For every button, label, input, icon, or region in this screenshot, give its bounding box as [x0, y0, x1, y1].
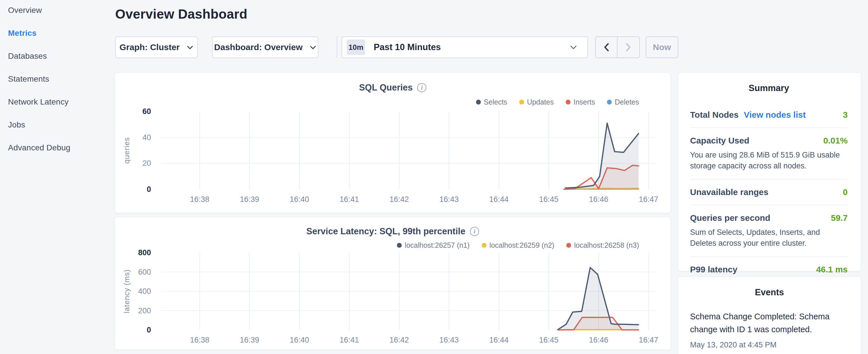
capacity-used-description: You are using 28.6 MiB of 515.9 GiB usab…	[690, 150, 848, 171]
chevron-down-icon	[309, 45, 316, 50]
service-latency-chart: 16:3816:3916:4016:4116:4216:4316:4416:45…	[115, 217, 671, 350]
svg-text:16:42: 16:42	[390, 336, 409, 344]
sidebar-item-jobs[interactable]: Jobs	[8, 119, 115, 131]
svg-text:16:43: 16:43	[439, 195, 459, 204]
events-panel: Events Schema Change Completed: Schema c…	[678, 277, 861, 354]
svg-text:16:39: 16:39	[240, 336, 259, 344]
svg-text:16:41: 16:41	[340, 195, 359, 204]
svg-text:16:39: 16:39	[240, 195, 259, 204]
now-button[interactable]: Now	[646, 36, 678, 58]
svg-text:16:38: 16:38	[190, 336, 210, 344]
unavailable-ranges-row: Unavailable ranges 0	[690, 187, 848, 197]
controls-divider	[337, 36, 337, 58]
divider	[690, 127, 848, 128]
event-timestamp: May 13, 2020 at 4:45 PM	[690, 341, 849, 349]
svg-text:16:46: 16:46	[589, 195, 608, 204]
svg-text:16:47: 16:47	[639, 195, 658, 204]
sidebar-item-network-latency[interactable]: Network Latency	[8, 96, 115, 108]
time-range-label: Past 10 Minutes	[374, 42, 441, 53]
svg-text:40: 40	[143, 133, 151, 142]
svg-text:16:43: 16:43	[439, 336, 459, 344]
sidebar-item-metrics[interactable]: Metrics	[8, 28, 115, 39]
summary-title: Summary	[690, 83, 848, 93]
svg-text:queries: queries	[122, 137, 131, 164]
chevron-down-icon	[187, 45, 193, 50]
sidebar-item-databases[interactable]: Databases	[8, 51, 115, 62]
svg-text:0: 0	[147, 326, 151, 334]
chevron-down-icon	[570, 45, 577, 50]
service-latency-chart-card: Service Latency: SQL, 99th percentile i …	[115, 217, 671, 350]
event-text: Schema Change Completed: Schema change w…	[690, 310, 849, 336]
divider	[690, 256, 848, 257]
svg-text:800: 800	[138, 248, 151, 257]
prev-time-window-button[interactable]	[596, 37, 618, 58]
time-window-arrows	[595, 36, 640, 58]
graph-dropdown[interactable]: Graph: Cluster	[115, 36, 198, 58]
time-range-badge: 10m	[347, 39, 365, 55]
svg-text:20: 20	[143, 159, 151, 167]
unavailable-ranges-label: Unavailable ranges	[690, 187, 768, 197]
page-title: Overview Dashboard	[115, 6, 247, 22]
graph-dropdown-label: Graph: Cluster	[120, 42, 180, 52]
dashboard-dropdown-label: Dashboard: Overview	[214, 42, 302, 52]
divider	[690, 179, 848, 180]
p99-latency-label: P99 latency	[690, 265, 737, 275]
svg-text:16:45: 16:45	[539, 336, 559, 344]
capacity-used-row: Capacity Used 0.01%	[690, 136, 848, 146]
divider	[690, 205, 848, 205]
unavailable-ranges-value: 0	[843, 187, 848, 197]
chevron-left-icon	[603, 43, 610, 52]
sidebar-item-overview[interactable]: Overview	[8, 5, 115, 16]
sql-queries-chart: 16:3816:3916:4016:4116:4216:4316:4416:45…	[115, 73, 671, 213]
svg-text:16:44: 16:44	[489, 336, 509, 344]
next-time-window-button[interactable]	[618, 37, 639, 58]
svg-text:16:40: 16:40	[290, 195, 309, 204]
svg-text:60: 60	[143, 107, 151, 116]
sidebar-item-statements[interactable]: Statements	[8, 73, 115, 85]
svg-text:latency (ms): latency (ms)	[122, 269, 131, 313]
svg-text:600: 600	[138, 268, 151, 277]
total-nodes-value: 3	[843, 110, 848, 120]
queries-per-second-label: Queries per second	[690, 213, 770, 223]
svg-text:400: 400	[138, 287, 151, 296]
p99-latency-value: 46.1 ms	[816, 265, 848, 275]
sidebar-item-advanced-debug[interactable]: Advanced Debug	[8, 142, 115, 154]
total-nodes-row: Total NodesView nodes list 3	[690, 110, 848, 120]
capacity-used-value: 0.01%	[823, 136, 848, 146]
svg-text:16:42: 16:42	[390, 195, 409, 204]
p99-latency-row: P99 latency 46.1 ms	[690, 265, 848, 275]
capacity-used-label: Capacity Used	[690, 136, 749, 146]
time-range-select[interactable]: 10m Past 10 Minutes	[342, 36, 588, 58]
queries-per-second-row: Queries per second 59.7	[690, 213, 848, 223]
dashboard-dropdown[interactable]: Dashboard: Overview	[212, 36, 318, 58]
svg-text:16:38: 16:38	[190, 195, 210, 204]
svg-text:16:40: 16:40	[290, 336, 309, 344]
events-title: Events	[690, 287, 849, 297]
svg-text:16:44: 16:44	[489, 195, 509, 204]
queries-per-second-value: 59.7	[831, 213, 848, 223]
svg-text:16:41: 16:41	[340, 336, 359, 344]
svg-text:16:47: 16:47	[639, 336, 658, 344]
svg-text:0: 0	[147, 185, 151, 194]
queries-per-second-description: Sum of Selects, Updates, Inserts, and De…	[690, 227, 848, 249]
sql-queries-chart-card: SQL Queries i SelectsUpdatesInsertsDelet…	[115, 72, 671, 213]
svg-text:16:45: 16:45	[539, 195, 559, 204]
sidebar: Overview Metrics Databases Statements Ne…	[0, 0, 115, 354]
view-nodes-list-link[interactable]: View nodes list	[744, 110, 806, 120]
chevron-right-icon	[625, 43, 631, 52]
summary-panel: Summary Total NodesView nodes list 3 Cap…	[678, 72, 861, 271]
svg-text:16:46: 16:46	[589, 336, 608, 344]
total-nodes-label: Total Nodes	[690, 110, 739, 120]
event-list-item[interactable]: Schema Change Completed: Schema change w…	[690, 310, 849, 349]
svg-text:200: 200	[138, 307, 151, 315]
